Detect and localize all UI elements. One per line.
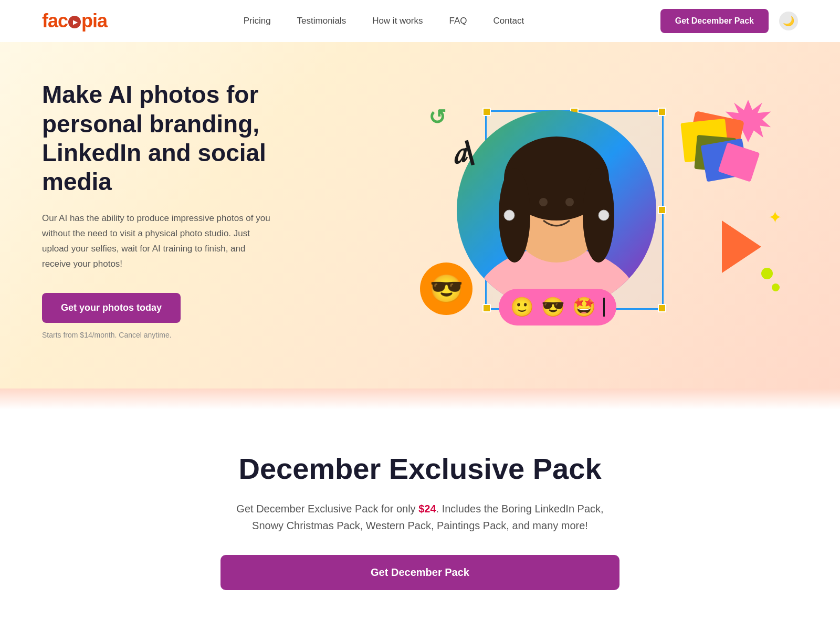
december-cta-button[interactable]: Get December Pack xyxy=(220,555,620,590)
nav-testimonials[interactable]: Testimonials xyxy=(297,16,346,26)
emoji-sunglasses: 😎 xyxy=(541,296,565,318)
dark-mode-toggle[interactable]: 🌙 xyxy=(779,12,798,30)
handle-br xyxy=(658,304,666,312)
deco-yellow-sparkle: ✦ xyxy=(768,207,782,227)
nav-faq[interactable]: FAQ xyxy=(449,16,467,26)
hero-headline: Make AI photos for personal branding, Li… xyxy=(42,80,315,196)
emoji-row: 🙂 😎 🤩 xyxy=(499,289,616,326)
exclusive-description: Get December Exclusive Pack for only $24… xyxy=(220,500,620,534)
handle-tr xyxy=(658,108,666,116)
svg-point-8 xyxy=(565,198,574,206)
emoji-bubble: 😎 xyxy=(420,262,472,315)
handle-mr xyxy=(658,206,666,214)
exclusive-section: December Exclusive Pack Get December Exc… xyxy=(0,410,840,622)
nav-pricing[interactable]: Pricing xyxy=(244,16,271,26)
header-cta-button[interactable]: Get December Pack xyxy=(660,9,769,33)
nav-right: Get December Pack 🌙 xyxy=(660,9,798,33)
gradient-divider xyxy=(0,388,840,410)
packs-row: 💼 Boring LinkedIn Pack 📸 Instagram/TikTo… xyxy=(0,622,840,630)
hero-cta-button[interactable]: Get your photos today xyxy=(42,293,181,323)
hero-section: Make AI photos for personal branding, Li… xyxy=(0,42,840,388)
hero-subtext: Starts from $14/month. Cancel anytime. xyxy=(42,331,172,339)
nav: Pricing Testimonials How it works FAQ Co… xyxy=(244,16,524,26)
hero-description: Our AI has the ability to produce impres… xyxy=(42,211,273,272)
svg-point-7 xyxy=(539,198,548,206)
svg-point-10 xyxy=(598,210,609,220)
deco-green-dots xyxy=(761,268,780,291)
nav-contact[interactable]: Contact xyxy=(494,16,524,26)
svg-point-9 xyxy=(504,210,514,220)
nav-how-it-works[interactable]: How it works xyxy=(372,16,423,26)
rotate-arrow-icon: ↺ xyxy=(428,105,446,129)
person-circle xyxy=(457,110,656,310)
text-cursor xyxy=(603,298,605,317)
deco-orange-arrow xyxy=(722,220,761,273)
header: fac▶pia Pricing Testimonials How it work… xyxy=(0,0,840,42)
emoji-smile: 🙂 xyxy=(510,296,534,318)
hero-text: Make AI photos for personal branding, Li… xyxy=(42,80,315,339)
logo[interactable]: fac▶pia xyxy=(42,10,107,32)
exclusive-title: December Exclusive Pack xyxy=(42,452,798,486)
emoji-party: 🤩 xyxy=(572,296,596,318)
hero-visual: ↺ 𝑎| ✦ 😎 🙂 😎 🤩 xyxy=(315,74,798,346)
